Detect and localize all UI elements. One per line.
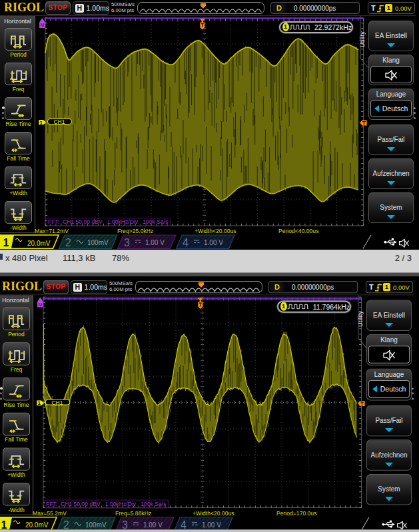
svg-text:2: 2 <box>65 237 71 248</box>
svg-text:100mV: 100mV <box>85 521 107 529</box>
svg-text:1: 1 <box>3 237 9 248</box>
svg-text:3: 3 <box>124 237 130 248</box>
svg-text:1: 1 <box>39 120 43 126</box>
svg-text:4: 4 <box>183 237 189 248</box>
svg-text:M: M <box>39 302 42 306</box>
svg-text:1: 1 <box>37 400 41 406</box>
svg-text:1.00 V: 1.00 V <box>143 521 163 529</box>
svg-text:20.0mV: 20.0mV <box>27 240 51 247</box>
svg-text:1.00 V: 1.00 V <box>202 521 221 529</box>
svg-text:100mV: 100mV <box>87 239 109 246</box>
svg-text:1.00 V: 1.00 V <box>145 239 165 246</box>
svg-text:M: M <box>41 23 44 27</box>
svg-text:1.00 V: 1.00 V <box>204 239 223 246</box>
svg-text:20.0mV: 20.0mV <box>25 521 49 529</box>
